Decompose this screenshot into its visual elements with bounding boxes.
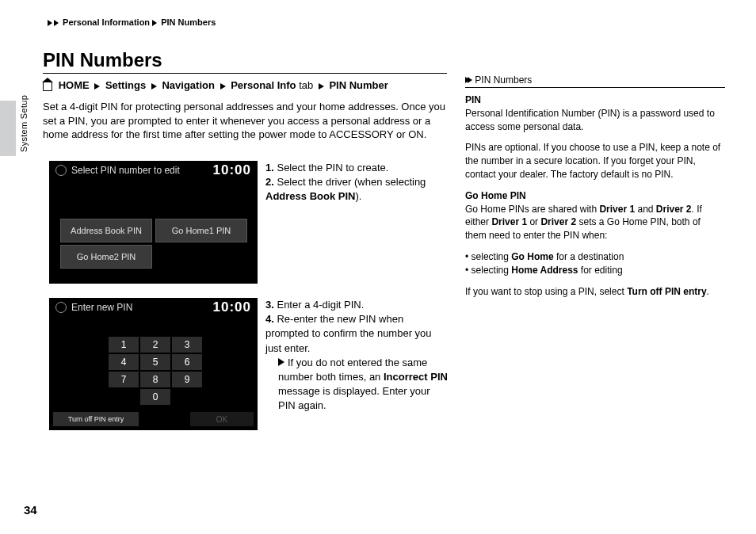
keypad-key[interactable]: 0 xyxy=(139,388,171,406)
chevron-right-icon xyxy=(468,77,472,83)
chevron-right-icon xyxy=(48,20,52,26)
steps-block-1: 1. Select the PIN to create. 2. Select t… xyxy=(265,161,448,204)
screenshot-select-pin: Select PIN number to edit 10:00 Address … xyxy=(49,161,258,284)
right-bold: Driver 2 xyxy=(656,204,692,215)
right-subheading: Go Home PIN xyxy=(465,190,526,201)
right-text: If you want to stop using a PIN, select xyxy=(465,286,624,297)
section-tab xyxy=(0,101,16,156)
chevron-right-icon xyxy=(151,83,157,90)
go-home2-pin-button[interactable]: Go Home2 PIN xyxy=(60,245,152,269)
turn-off-pin-button[interactable]: Turn off PIN entry xyxy=(53,412,139,426)
step-text: Select the driver (when selecting xyxy=(277,176,426,188)
right-text: or xyxy=(529,216,538,227)
step-bold: Address Book PIN xyxy=(265,190,355,202)
keypad-key[interactable]: 2 xyxy=(139,336,171,353)
chevron-right-icon xyxy=(54,20,59,26)
keypad-key[interactable]: 9 xyxy=(171,371,203,388)
keypad-key[interactable]: 7 xyxy=(108,371,139,388)
section-tab-label: System Setup xyxy=(19,95,29,152)
right-bold: Turn off PIN entry xyxy=(627,286,706,297)
nav-item: Personal Info xyxy=(231,79,296,91)
go-home1-pin-button[interactable]: Go Home1 PIN xyxy=(155,219,247,242)
gear-icon xyxy=(55,302,67,313)
page-number: 34 xyxy=(24,503,37,517)
step-number: 2. xyxy=(265,176,274,188)
step-text-after: ). xyxy=(355,190,361,202)
chevron-right-icon xyxy=(152,20,157,26)
step-number: 3. xyxy=(265,299,274,311)
home-icon xyxy=(43,82,52,91)
keypad-key[interactable]: 1 xyxy=(108,336,139,353)
right-bullet: selecting Go Home for a destination xyxy=(465,250,724,264)
right-bullet: selecting Home Address for editing xyxy=(465,264,724,277)
breadcrumb: Personal Information PIN Numbers xyxy=(48,17,216,27)
screen-title: Select PIN number to edit xyxy=(71,165,213,176)
step-number: 1. xyxy=(265,162,274,174)
right-column-header: PIN Numbers xyxy=(465,74,532,86)
right-bold: Driver 1 xyxy=(599,204,635,215)
clock: 10:00 xyxy=(213,162,251,178)
right-text: Go Home PINs are shared with xyxy=(465,204,597,215)
screenshot-enter-pin: Enter new PIN 10:00 1 2 3 4 5 6 7 8 9 0 … xyxy=(49,298,258,430)
chevron-right-icon xyxy=(319,83,324,90)
steps-block-2: 3. Enter a 4-digit PIN. 4. Re-enter the … xyxy=(265,298,449,414)
rule xyxy=(43,73,447,74)
ok-button[interactable]: OK xyxy=(190,412,254,426)
keypad: 1 2 3 4 5 6 7 8 9 0 xyxy=(108,336,203,406)
keypad-key[interactable]: 6 xyxy=(171,353,203,371)
right-bold: Driver 2 xyxy=(540,216,576,227)
screen-title: Enter new PIN xyxy=(71,302,213,313)
keypad-key[interactable]: 4 xyxy=(108,353,139,371)
nav-item-suffix: tab xyxy=(299,79,313,91)
substep-bold: Incorrect PIN xyxy=(384,371,448,383)
chevron-right-icon xyxy=(220,83,226,90)
intro-paragraph: Set a 4-digit PIN for protecting persona… xyxy=(43,100,447,142)
address-book-pin-button[interactable]: Address Book PIN xyxy=(60,219,152,242)
keypad-key[interactable]: 8 xyxy=(139,371,171,388)
rule xyxy=(465,87,725,88)
nav-item: HOME xyxy=(59,79,90,91)
keypad-key[interactable]: 5 xyxy=(139,353,171,371)
step-text: Enter a 4-digit PIN. xyxy=(277,299,364,311)
triangle-right-icon xyxy=(278,358,284,366)
right-subheading: PIN xyxy=(465,94,481,105)
clock: 10:00 xyxy=(213,299,251,315)
step-text: Select the PIN to create. xyxy=(277,162,388,174)
gear-icon xyxy=(55,165,67,176)
nav-item: Settings xyxy=(105,79,146,91)
right-text: and xyxy=(637,204,653,215)
right-column-body: PIN Personal Identification Number (PIN)… xyxy=(465,93,724,306)
right-text: . xyxy=(707,286,709,297)
nav-path: HOME Settings Navigation Personal Info t… xyxy=(43,79,388,91)
substep-text-after: message is displayed. Enter your PIN aga… xyxy=(278,385,430,411)
nav-item: PIN Number xyxy=(329,79,388,91)
keypad-key[interactable]: 3 xyxy=(171,336,203,353)
step-text: Re-enter the new PIN when prompted to co… xyxy=(265,313,432,353)
right-header-text: PIN Numbers xyxy=(475,74,532,86)
breadcrumb-item: PIN Numbers xyxy=(161,17,216,27)
nav-item: Navigation xyxy=(162,79,214,91)
right-bold: Driver 1 xyxy=(491,216,527,227)
breadcrumb-item: Personal Information xyxy=(63,17,150,27)
page-title: PIN Numbers xyxy=(43,49,162,71)
right-text: PINs are optional. If you choose to use … xyxy=(465,141,724,181)
step-number: 4. xyxy=(265,313,274,325)
chevron-right-icon xyxy=(94,83,100,90)
right-text: Personal Identification Number (PIN) is … xyxy=(465,108,715,132)
